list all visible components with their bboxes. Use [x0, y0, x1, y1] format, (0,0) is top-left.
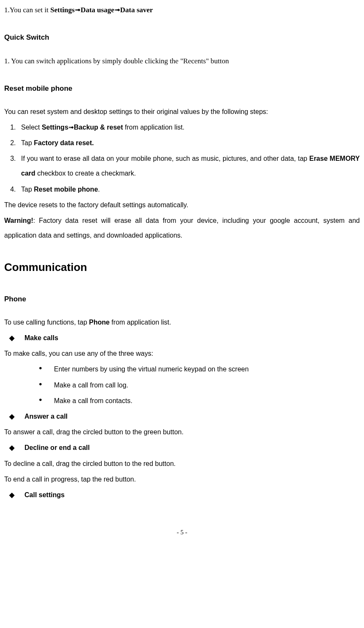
way-3: Make a call from contacts.: [34, 393, 360, 408]
phone-feature-list: Decline or end a call: [4, 440, 360, 455]
bold-text: Phone: [89, 319, 110, 326]
text: Select: [21, 124, 42, 131]
call-settings-item: Call settings: [4, 487, 360, 502]
make-calls-item: Make calls: [4, 330, 360, 345]
reset-after-text: The device resets to the factory default…: [4, 198, 360, 212]
phone-feature-list: Answer a call: [4, 409, 360, 424]
warning-text: : Factory data reset will erase all data…: [4, 217, 360, 239]
way-1: Enter numbers by using the virtual numer…: [34, 362, 360, 376]
reset-step-2: Tap Factory data reset.: [18, 135, 360, 150]
reset-step-1: Select Settings➟Backup & reset from appl…: [18, 120, 360, 135]
phone-intro: To use calling functions, tap Phone from…: [4, 315, 360, 330]
answer-call-text: To answer a call, drag the circled butto…: [4, 425, 360, 439]
text: from application list.: [123, 124, 185, 131]
reset-warning: Warning!: Factory data reset will erase …: [4, 213, 360, 243]
decline-call-item: Decline or end a call: [4, 440, 360, 455]
reset-intro: You can reset system and desktop setting…: [4, 104, 360, 119]
bold-text: Backup & reset: [74, 124, 123, 131]
answer-call-item: Answer a call: [4, 409, 360, 424]
decline-call-text: To decline a call, drag the circled butt…: [4, 456, 360, 471]
text: from application list.: [110, 319, 171, 326]
warning-bold: Warning!: [4, 217, 33, 224]
bold-text: Settings: [50, 6, 75, 14]
text: If you want to erase all data on your mo…: [21, 155, 309, 162]
reset-steps-list: Select Settings➟Backup & reset from appl…: [4, 120, 360, 197]
make-calls-ways-list: Enter numbers by using the virtual numer…: [4, 362, 360, 408]
quick-switch-heading: Quick Switch: [4, 30, 360, 45]
arrow-icon: ➟: [68, 120, 74, 135]
end-call-text: To end a call in progress, tap the red b…: [4, 472, 360, 487]
data-saver-setting-line: 1.You can set it Settings➟Data usage➟Dat…: [4, 2, 360, 18]
text: Tap: [21, 139, 34, 146]
bold-text: Factory data reset.: [34, 139, 94, 146]
quick-switch-line: 1. You can switch applications by simply…: [4, 53, 360, 69]
arrow-icon: ➟: [75, 2, 81, 18]
text: checkbox to create a checkmark.: [35, 170, 136, 177]
text: To use calling functions, tap: [4, 319, 89, 326]
arrow-icon: ➟: [114, 2, 120, 18]
phone-heading: Phone: [4, 291, 360, 307]
bold-text: Reset mobile phone: [34, 186, 98, 193]
bold-text: Settings: [42, 124, 68, 131]
way-2: Make a call from call log.: [34, 378, 360, 392]
communication-heading: Communication: [4, 255, 360, 279]
make-calls-intro: To make calls, you can use any of the th…: [4, 346, 360, 361]
phone-feature-list: Make calls: [4, 330, 360, 345]
text: .: [98, 186, 100, 193]
page-number: - 5 -: [4, 525, 360, 539]
reset-step-3: If you want to erase all data on your mo…: [18, 151, 360, 181]
phone-feature-list: Call settings: [4, 487, 360, 502]
bold-text: Data usage: [81, 6, 114, 14]
bold-text: Data saver: [120, 6, 153, 14]
text: Tap: [21, 186, 34, 193]
reset-heading: Reset mobile phone: [4, 81, 360, 96]
text: 1.You can set it: [4, 6, 50, 14]
reset-step-4: Tap Reset mobile phone.: [18, 182, 360, 197]
